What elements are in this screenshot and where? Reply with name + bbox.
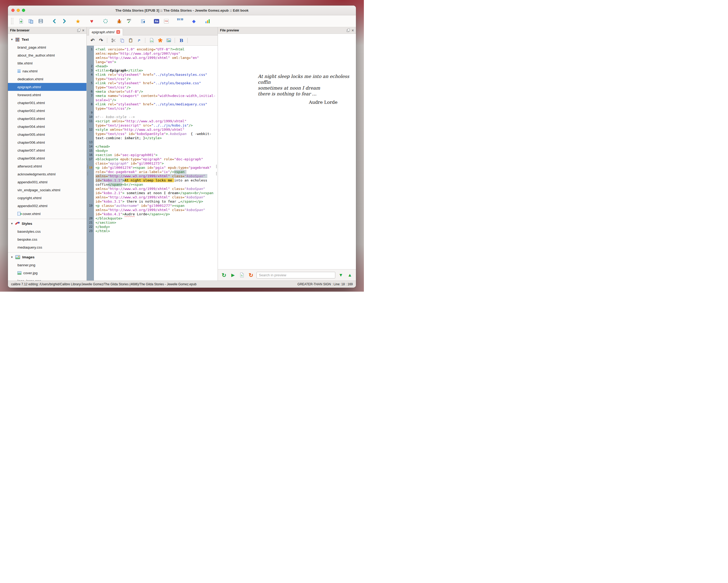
code-text[interactable]: <link rel="stylesheet" href="../styles/b… (94, 81, 218, 89)
code-line-6[interactable]: 6<meta charset="utf-8"/> (87, 89, 218, 94)
float-panel-icon[interactable] (347, 29, 350, 32)
code-text[interactable]: <title>Epigraph</title> (94, 68, 218, 73)
file-item-bespoke.css[interactable]: bespoke.css (8, 235, 86, 243)
forward-button[interactable] (60, 17, 68, 25)
code-line-4[interactable]: 4<link rel="stylesheet" href="../styles/… (87, 73, 218, 81)
section-header-images[interactable]: ▼Images (8, 253, 86, 261)
code-line-18[interactable]: 18<p id="gil0001274"><span id="pgix" epu… (87, 166, 218, 204)
code-line-22[interactable]: 22</body> (87, 225, 218, 229)
code-line-23[interactable]: 23</html> (87, 229, 218, 233)
disclosure-triangle-icon[interactable]: ▼ (10, 38, 13, 41)
code-line-17[interactable]: 17<blockquote epub:type="epigraph" role=… (87, 157, 218, 166)
code-text[interactable]: <head> (94, 64, 218, 68)
code-line-8[interactable]: 8<link rel="stylesheet" href="../styles/… (87, 102, 218, 111)
file-item-brand_page.xhtml[interactable]: brand_page.xhtml (8, 43, 86, 51)
code-text[interactable] (94, 111, 218, 115)
code-line-15[interactable]: 15<body> (87, 149, 218, 153)
code-text[interactable]: <p id="gil0001274"><span id="pgix" epub:… (94, 166, 218, 204)
code-text[interactable]: <script xmlns="http://www.w3.org/1999/xh… (94, 119, 218, 128)
file-item-cover.xhtml[interactable]: cover.xhtml (8, 210, 86, 218)
spell-check-button[interactable]: ABC✓ (125, 17, 133, 25)
redo-button[interactable]: ↷ (98, 37, 104, 44)
code-line-2[interactable]: 2<head> (87, 64, 218, 68)
splitter-handle-right[interactable] (216, 165, 217, 176)
file-item-chapter008.xhtml[interactable]: chapter008.xhtml (8, 154, 86, 162)
paste-button[interactable] (127, 37, 134, 44)
copy-button[interactable] (119, 37, 125, 44)
code-line-9[interactable]: 9 (87, 111, 218, 115)
find-previous-button[interactable]: ▲ (346, 272, 353, 278)
code-text[interactable]: </head> (94, 144, 218, 149)
bookmark-button[interactable]: ★ (74, 17, 82, 25)
back-button[interactable] (51, 17, 58, 25)
cut-button[interactable] (110, 37, 117, 44)
code-line-13[interactable]: 13 (87, 140, 218, 144)
close-window-button[interactable] (11, 9, 15, 12)
splitter-handle-left[interactable] (87, 165, 88, 176)
file-item-cover.jpg[interactable]: cover.jpg (8, 269, 86, 277)
code-line-20[interactable]: 20</blockquote> (87, 216, 218, 221)
tab-epigraph[interactable]: epigraph.xhtml × (89, 28, 123, 35)
code-text[interactable]: <!-- kobo-style --> (94, 115, 218, 119)
code-text[interactable] (94, 140, 218, 144)
toolbar-drag-handle[interactable] (11, 18, 13, 24)
page-refresh-button[interactable]: ↻ (238, 272, 245, 278)
code-line-3[interactable]: 3<title>Epigraph</title> (87, 68, 218, 73)
code-text[interactable]: </html> (94, 229, 218, 233)
beautify-button[interactable] (139, 17, 147, 25)
code-line-16[interactable]: 16<section id="sec-epigraph001"> (87, 153, 218, 157)
file-item-nav.xhtml[interactable]: nav.xhtml (8, 67, 86, 75)
file-item-afterword.xhtml[interactable]: afterword.xhtml (8, 162, 86, 170)
file-item-chapter004.xhtml[interactable]: chapter004.xhtml (8, 122, 86, 131)
file-item-appendix002.xhtml[interactable]: appendix002.xhtml (8, 202, 86, 210)
file-item-chapter005.xhtml[interactable]: chapter005.xhtml (8, 131, 86, 138)
refresh-preview-button[interactable]: ↻ (220, 272, 228, 278)
file-item-banner.png[interactable]: banner.png (8, 261, 86, 269)
file-item-dedication.xhtml[interactable]: dedication.xhtml (8, 75, 86, 83)
file-item-title.xhtml[interactable]: title.xhtml (8, 59, 86, 67)
file-item-vin_endpage_socials.xhtml[interactable]: vin_endpage_socials.xhtml (8, 186, 86, 194)
file-item-chapter003.xhtml[interactable]: chapter003.xhtml (8, 115, 86, 122)
file-item-acknowledgments.xhtml[interactable]: acknowledgments.xhtml (8, 170, 86, 178)
close-panel-icon[interactable]: × (82, 29, 84, 32)
manage-fonts-button[interactable]: Aa (153, 17, 160, 25)
check-book-button[interactable] (115, 17, 123, 25)
file-item-chapter002.xhtml[interactable]: chapter002.xhtml (8, 107, 86, 115)
code-line-7[interactable]: 7<meta name="viewport" content="width=de… (87, 94, 218, 102)
code-line-10[interactable]: 10<!-- kobo-style --> (87, 115, 218, 119)
code-text[interactable]: <body> (94, 149, 218, 153)
code-line-21[interactable]: 21</section> (87, 221, 218, 225)
close-panel-icon[interactable]: × (352, 29, 354, 32)
code-text[interactable]: <link rel="stylesheet" href="../styles/m… (94, 102, 218, 111)
file-item-appendix001.xhtml[interactable]: appendix001.xhtml (8, 178, 86, 186)
code-text[interactable]: </blockquote> (94, 216, 218, 221)
section-header-styles[interactable]: ▼Styles (8, 220, 86, 227)
reload-button[interactable]: ↻ (248, 272, 254, 278)
float-panel-icon[interactable] (77, 29, 80, 32)
undo-button[interactable]: ↶ (89, 37, 96, 44)
bold-button[interactable]: B (178, 37, 185, 44)
disclosure-triangle-icon[interactable]: ▼ (10, 222, 13, 225)
code-line-5[interactable]: 5<link rel="stylesheet" href="../styles/… (87, 81, 218, 89)
minimize-window-button[interactable] (17, 9, 20, 12)
open-book-button[interactable] (27, 17, 35, 25)
file-item-chapter006.xhtml[interactable]: chapter006.xhtml (8, 138, 86, 146)
subset-fonts-button[interactable]: TTF (162, 17, 170, 25)
code-line-1[interactable]: 1<?xml version="1.0" encoding="UTF-8"?><… (87, 47, 218, 64)
preview-search-input[interactable] (257, 272, 335, 278)
reports-button[interactable] (204, 17, 212, 25)
code-text[interactable]: <p class="authorname" id="gil0001277"><s… (94, 204, 218, 216)
section-header-text[interactable]: ▼Text (8, 35, 86, 43)
file-item-copyright.xhtml[interactable]: copyright.xhtml (8, 194, 86, 202)
smarten-punctuation-button[interactable]: ”” (176, 17, 184, 25)
play-button[interactable]: ▶ (230, 272, 236, 278)
code-text[interactable]: <meta name="viewport" content="width=dev… (94, 94, 218, 102)
file-item-chapter001.xhtml[interactable]: chapter001.xhtml (8, 99, 86, 107)
insert-image-button[interactable] (165, 37, 172, 44)
special-character-button[interactable] (157, 37, 163, 44)
file-item-epigraph.xhtml[interactable]: epigraph.xhtml (8, 83, 86, 91)
code-text[interactable]: <?xml version="1.0" encoding="UTF-8"?><h… (94, 47, 218, 64)
file-item-basestyles.css[interactable]: basestyles.css (8, 227, 86, 235)
code-text[interactable]: <meta charset="utf-8"/> (94, 89, 218, 94)
donate-button[interactable]: ♥ (88, 17, 96, 25)
